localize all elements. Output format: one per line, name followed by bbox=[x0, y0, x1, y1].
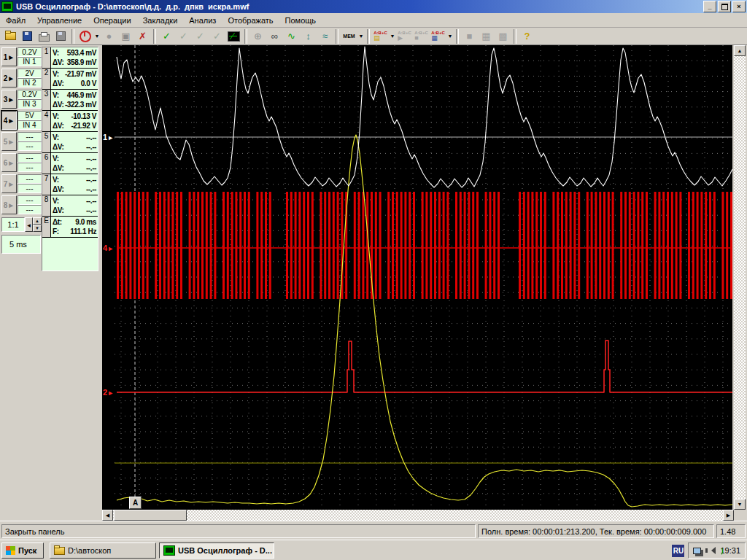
measurement-row-1: 1V:593.4 mVΔV:358.9 mV bbox=[42, 47, 98, 69]
channel-6-range[interactable]: --- bbox=[18, 153, 42, 163]
channel-4-button[interactable]: 4► bbox=[1, 111, 17, 130]
window-grid-icon: ▦ bbox=[481, 31, 490, 41]
scroll-left-button[interactable]: ◀ bbox=[102, 510, 113, 521]
abc-open-button[interactable]: A:B+C▤ bbox=[372, 28, 389, 44]
record-settings-button[interactable]: ▣ bbox=[117, 28, 134, 44]
abc-stop-button[interactable]: A:B+C■ bbox=[413, 28, 430, 44]
zone-marker-button[interactable]: ∿ bbox=[283, 28, 300, 44]
ratio-left-button[interactable]: ◀ bbox=[25, 217, 33, 232]
bookmark-a-marker[interactable]: A bbox=[129, 497, 142, 509]
channel-3-button[interactable]: 3► bbox=[1, 90, 17, 109]
measure-add-button[interactable]: ✓ bbox=[175, 28, 192, 44]
open-file-button[interactable] bbox=[2, 28, 19, 44]
toolbar-separator bbox=[456, 29, 459, 44]
mem-button[interactable]: MEM bbox=[341, 28, 357, 44]
print-button[interactable] bbox=[36, 28, 53, 44]
clear-data-button[interactable]: ✗ bbox=[134, 28, 151, 44]
save-file-button[interactable] bbox=[19, 28, 36, 44]
menu-item-5[interactable]: Анализ bbox=[183, 15, 222, 26]
channel-1-range[interactable]: 0.2V bbox=[18, 47, 42, 57]
menu-item-7[interactable]: Помощь bbox=[279, 15, 322, 26]
channel-8-range[interactable]: --- bbox=[18, 195, 42, 205]
channel-5-range[interactable]: --- bbox=[18, 132, 42, 141]
channel-1-level-marker[interactable]: 1► bbox=[103, 132, 114, 143]
taskbar-task-1[interactable]: D:\автоскоп bbox=[50, 542, 156, 559]
abc-run-button[interactable]: A:B+C▶ bbox=[396, 28, 413, 44]
channel-3-range[interactable]: 0.2V bbox=[18, 90, 42, 99]
wave-markers-button[interactable]: ≈ bbox=[317, 28, 333, 44]
window-single-button[interactable]: ■ bbox=[461, 28, 478, 44]
channel-2-range[interactable]: 2V bbox=[18, 69, 42, 78]
taskbar-task-2[interactable]: USB Осциллограф - D... bbox=[159, 542, 274, 559]
channel-4-range[interactable]: 5V bbox=[18, 111, 42, 120]
horizontal-scrollbar[interactable]: ◀ ▶ bbox=[102, 510, 734, 521]
ratio-down-button[interactable]: ▼ bbox=[33, 225, 42, 232]
start-button[interactable]: Пуск bbox=[1, 542, 44, 559]
menu-item-6[interactable]: Отображать bbox=[222, 15, 279, 26]
menu-item-4[interactable]: Закладки bbox=[137, 15, 184, 26]
channel-2-input-name[interactable]: IN 2 bbox=[18, 78, 42, 88]
channel-7-button[interactable]: 7► bbox=[1, 174, 17, 193]
channel-2-button[interactable]: 2► bbox=[1, 69, 17, 88]
minimize-button[interactable]: _ bbox=[703, 1, 716, 12]
start-stop-drop-icon[interactable]: ▼ bbox=[93, 28, 101, 44]
menu-item-1[interactable]: Файл bbox=[0, 15, 31, 26]
horizontal-scroll-thumb[interactable] bbox=[114, 510, 187, 521]
scroll-up-button[interactable]: ▲ bbox=[734, 45, 746, 56]
measure-prev-button[interactable]: ✓ bbox=[192, 28, 209, 44]
measure-next-button[interactable]: ✓ bbox=[209, 28, 225, 44]
window-grid-button[interactable]: ▦ bbox=[478, 28, 495, 44]
channel-6-settings: ------ bbox=[18, 153, 42, 172]
search-waveform-button[interactable]: ∞ bbox=[266, 28, 283, 44]
window-close-all-button[interactable]: ▩ bbox=[495, 28, 511, 44]
screen-mode-button[interactable] bbox=[225, 28, 242, 44]
channel-1-button[interactable]: 1► bbox=[1, 47, 17, 66]
channel-8-input-name[interactable]: --- bbox=[18, 205, 42, 214]
channel-7-input-name[interactable]: --- bbox=[18, 184, 42, 193]
menu-item-2[interactable]: Управление bbox=[31, 15, 88, 26]
network-icon[interactable] bbox=[693, 548, 701, 554]
measure-main-button[interactable]: ✓ bbox=[158, 28, 175, 44]
help-button[interactable]: ? bbox=[519, 28, 535, 44]
record-button[interactable]: ● bbox=[101, 28, 117, 44]
restore-button[interactable] bbox=[718, 1, 731, 12]
channel-7-range[interactable]: --- bbox=[18, 174, 42, 184]
abc-panel-button[interactable]: A:B+C▦ bbox=[430, 28, 446, 44]
channel-8-button[interactable]: 8► bbox=[1, 195, 17, 214]
speaker-icon[interactable] bbox=[708, 547, 716, 554]
language-indicator[interactable]: RU bbox=[672, 545, 684, 557]
channel-3-input-name[interactable]: IN 3 bbox=[18, 99, 42, 109]
scroll-down-button[interactable]: ▼ bbox=[734, 499, 746, 510]
channel-4-input-name[interactable]: IN 4 bbox=[18, 120, 42, 130]
channel-row-2: 2►2VIN 2 bbox=[1, 69, 42, 88]
channel-2-level-marker[interactable]: 2► bbox=[103, 387, 114, 398]
measurement-channel-label: 8 bbox=[42, 195, 51, 216]
task-label: D:\автоскоп bbox=[68, 546, 111, 555]
channel-1-input-name[interactable]: IN 1 bbox=[18, 57, 42, 66]
channel-5-button[interactable]: 5► bbox=[1, 132, 17, 151]
measure-main-icon: ✓ bbox=[163, 31, 171, 41]
abc-open-drop-icon[interactable]: ▼ bbox=[389, 28, 396, 44]
channel-5-input-name[interactable]: --- bbox=[18, 141, 42, 151]
search-globe-button[interactable]: ⊕ bbox=[249, 28, 266, 44]
vertical-markers-button[interactable]: ↕ bbox=[300, 28, 317, 44]
channel-6-button[interactable]: 6► bbox=[1, 153, 17, 172]
channel-4-level-marker[interactable]: 4► bbox=[103, 243, 114, 254]
clear-data-icon: ✗ bbox=[139, 31, 147, 41]
zone-marker-icon: ∿ bbox=[287, 31, 295, 41]
start-stop-button[interactable] bbox=[77, 28, 93, 44]
scroll-right-button[interactable]: ▶ bbox=[723, 510, 734, 521]
abc-stop-icon: A:B+C■ bbox=[414, 31, 428, 42]
save-fragment-button[interactable] bbox=[53, 28, 69, 44]
abc-panel-drop-icon[interactable]: ▼ bbox=[446, 28, 454, 44]
vertical-scrollbar[interactable]: ▲ ▼ bbox=[734, 45, 746, 510]
menu-item-3[interactable]: Операции bbox=[88, 15, 136, 26]
scope-plot[interactable]: A 1►4►2► bbox=[102, 45, 732, 510]
measurement-value: --.-- bbox=[86, 185, 96, 193]
ratio-up-button[interactable]: ▲ bbox=[33, 217, 42, 225]
measurement-channel-label: 1 bbox=[42, 47, 51, 68]
timebase-value[interactable]: 5 ms bbox=[1, 235, 41, 254]
close-button[interactable]: × bbox=[732, 1, 746, 12]
channel-6-input-name[interactable]: --- bbox=[18, 163, 42, 172]
mem-drop-icon[interactable]: ▼ bbox=[357, 28, 365, 44]
